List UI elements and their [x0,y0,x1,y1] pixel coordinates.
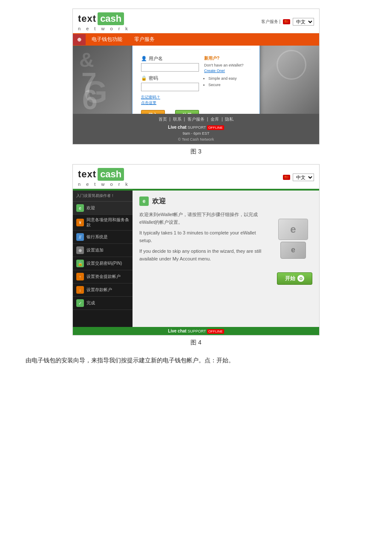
hero-letter-g: G [84,75,107,110]
sidebar-item-bank[interactable]: // 银行系统是 [73,231,133,244]
username-input[interactable] [141,63,199,72]
offline-badge: OFFLINE [207,125,224,130]
footer-chat-fig3: Live chat SUPPORT OFFLINE 9am - 6pm EST [75,124,317,136]
login-panel-title: e 电子钱包的登录 [141,46,251,49]
site-footer-fig3: 首页 | 联系 | 客户服务 | 金库 | 隐私 Live chat SUPPO… [73,114,319,144]
logo-network: n e t w o r k [78,26,130,31]
nav-item-customer[interactable]: 零户服务 [128,33,161,46]
language-selector[interactable]: 中文 [293,18,314,26]
logo-text-fig4: text [78,169,96,180]
login-buttons: 登入 注册 [141,110,199,114]
content-ewallet-icon: e [139,197,149,206]
footer-link-vault[interactable]: 金库 [210,117,219,121]
fig4-sidebar: 入门设置简易操作者！ e 欢迎 ¥ 同意各项使用和服务条款 // 银行系统是 ⊕… [73,191,133,327]
figure-4-label: 图 4 [26,339,366,347]
customer-service-label: 客户服务 | [261,19,280,25]
sidebar-label-welcome: 欢迎 [86,205,95,211]
logo-cash: cash [98,12,124,25]
content-para1: 欢迎来到eWallet帐户，请按照下列步骤仔细操作，以完成eWallet的帐户设… [139,211,270,226]
figure-4: text cash n e t w o r k 🇨🇳 中文 入门设置简易操作者！… [72,164,320,335]
figure-3: text cash n e t w o r k 客户服务 | 🇨🇳 中文 ⊕ 电… [72,9,320,145]
start-button-icon: ⊙ [297,275,304,282]
header-right-fig3: 客户服务 | 🇨🇳 中文 [261,18,314,26]
content-body: 欢迎来到eWallet帐户，请按照下列步骤仔细操作，以完成eWallet的帐户设… [139,211,312,266]
sidebar-item-welcome[interactable]: e 欢迎 [73,202,133,215]
sidebar-label-withdraw: 设置资金提款帐户 [86,274,121,279]
nav-home-button[interactable]: ⊕ [73,34,86,45]
sidebar-label-bank: 银行系统是 [86,234,108,240]
ewallet-card-2: e [280,242,306,259]
copyright-fig3: © Text Cash Network [75,137,317,142]
content-para3: If you decide to skip any options in the… [139,248,270,263]
login-button[interactable]: 登入 [141,110,165,114]
header-right-fig4: 🇨🇳 中文 [283,173,314,181]
feature-list: Simple and easy Secure [204,75,251,88]
sidebar-icon-terms: ¥ [76,219,84,226]
footer-link-contact[interactable]: 联系 [173,117,182,121]
nav-item-ewallet[interactable]: 电子钱包功能 [86,33,128,46]
offline-badge-fig4: OFFLINE [207,329,224,334]
sidebar-label-settings: 设置追加 [86,248,104,253]
footer-links: 首页 | 联系 | 客户服务 | 金库 | 隐私 [75,116,317,122]
login-columns: 👤 用户名 🔒 密码 忘记密码？点击这里 登入 注册 [141,55,251,114]
ewallet-card-1: e [278,219,308,240]
register-button[interactable]: 注册 [175,110,199,114]
sidebar-label-done: 完成 [86,301,95,306]
feature-item-1: Simple and easy [208,75,251,81]
login-panel: e 电子钱包的登录 👤 用户名 🔒 密码 忘记密码？点击这里 [132,46,260,114]
sidebar-item-done[interactable]: ✓ 完成 [73,297,133,310]
hero-banner-fig3: & 7 6 G e 电子钱包的登录 👤 用户名 � [73,46,319,114]
logo-cash-fig4: cash [98,168,124,181]
support-label-fig4: SUPPORT [187,329,206,333]
hero-circle [277,50,306,80]
create-account-link[interactable]: Create One! [204,69,225,73]
footer-link-customer[interactable]: 客户服务 [187,117,205,121]
content-title: 欢迎 [152,197,166,206]
chat-hours: 9am - 6pm EST [182,131,209,136]
login-left: 👤 用户名 🔒 密码 忘记密码？点击这里 登入 注册 [141,55,199,114]
password-input[interactable] [141,83,199,91]
content-para2: It typically takes 1 to 3 minutes to com… [139,229,270,244]
user-icon: 👤 [141,56,147,61]
language-flag: 🇨🇳 [283,19,290,24]
live-chat-label-fig4: Live chat [168,329,186,333]
forgot-password-link[interactable]: 忘记密码？点击这里 [141,95,199,106]
site-nav-fig3: ⊕ 电子钱包功能 零户服务 [73,33,319,46]
sidebar-item-settings[interactable]: ⊕ 设置追加 [73,244,133,257]
sidebar-item-pin[interactable]: 🔒 设置交易密码(PIN) [73,257,133,270]
sidebar-label-terms: 同意各项使用和服务条款 [86,217,129,228]
login-right: 新用户? Don't have an eWallet? Create One! … [204,55,251,114]
start-button[interactable]: 开始 ⊙ [277,272,312,285]
fig4-footer: Live chat SUPPORT OFFLINE [73,327,319,335]
feature-item-2: Secure [208,82,251,88]
support-label: SUPPORT [187,125,206,130]
site-header-fig4: text cash n e t w o r k 🇨🇳 中文 [73,165,319,189]
sidebar-icon-done: ✓ [76,299,84,307]
sidebar-icon-deposit: ↓ [76,286,84,294]
lock-icon: 🔒 [141,75,147,81]
fig4-body: 入门设置简易操作者！ e 欢迎 ¥ 同意各项使用和服务条款 // 银行系统是 ⊕… [73,191,319,327]
sidebar-item-terms[interactable]: ¥ 同意各项使用和服务条款 [73,215,133,231]
start-button-label: 开始 [285,275,295,282]
footer-link-home[interactable]: 首页 [159,117,167,121]
sidebar-icon-welcome: e [76,204,84,212]
new-user-title: 新用户? [204,55,251,61]
sidebar-item-deposit[interactable]: ↓ 设置存款帐户 [73,283,133,297]
description-text: 由电子钱包的安装向导，来指导我们按提示建立新的电子钱包帐户。点：开始。 [26,355,366,366]
logo-fig3: text cash n e t w o r k [78,12,130,31]
sidebar-icon-pin: 🔒 [76,260,84,267]
fig4-content: e 欢迎 欢迎来到eWallet帐户，请按照下列步骤仔细操作，以完成eWalle… [133,191,319,327]
language-flag-fig4: 🇨🇳 [283,175,290,180]
footer-link-privacy[interactable]: 隐私 [225,117,233,121]
sidebar-icon-bank: // [76,233,84,241]
new-user-text: Don't have an eWallet? Create One! [204,63,251,73]
sidebar-item-withdraw[interactable]: ↑ 设置资金提款帐户 [73,270,133,283]
sidebar-label-pin: 设置交易密码(PIN) [86,261,122,266]
sidebar-header: 入门设置简易操作者！ [73,191,133,202]
content-ewallet-graphic: e e [274,211,312,266]
logo-fig4: text cash n e t w o r k [78,168,130,187]
language-selector-fig4[interactable]: 中文 [293,173,314,181]
content-title-row: e 欢迎 [139,197,312,206]
content-start-btn-area: 开始 ⊙ [139,272,312,285]
logo-network-fig4: n e t w o r k [78,182,130,187]
